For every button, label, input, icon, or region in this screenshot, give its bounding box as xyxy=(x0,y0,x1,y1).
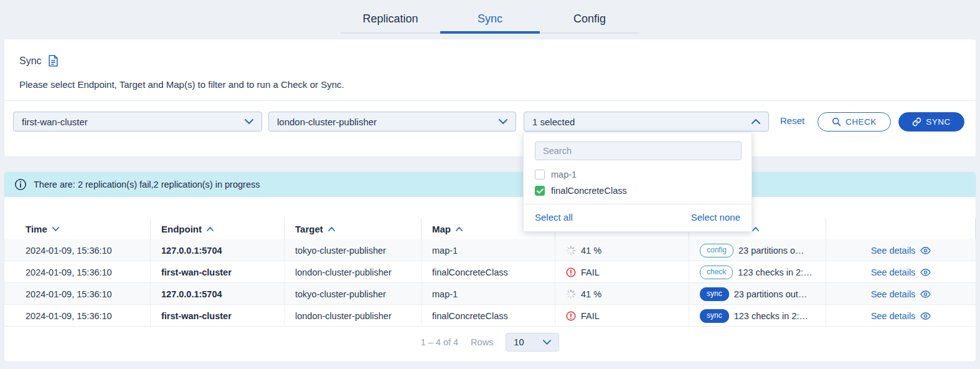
search-icon xyxy=(832,117,841,127)
cell-details: See details xyxy=(826,261,976,283)
status-badge: check xyxy=(700,266,733,279)
chevron-down-icon xyxy=(245,119,253,124)
select-all-button[interactable]: Select all xyxy=(535,212,573,223)
table-row: 2024-01-09, 15:36:10 first-wan-cluster l… xyxy=(4,261,976,283)
cell-result: check 123 checks in 2:… xyxy=(689,261,826,283)
endpoint-select-value: first-wan-cluster xyxy=(22,117,88,127)
header-target[interactable]: Target xyxy=(284,218,421,239)
reset-button[interactable]: Reset xyxy=(780,115,804,126)
rows-per-page-value: 10 xyxy=(514,337,524,347)
table-header: Time Endpoint Target Map xyxy=(4,218,976,239)
info-banner: There are: 2 replication(s) fail,2 repli… xyxy=(4,172,976,197)
pagination: 1 – 4 of 4 Rows 10 xyxy=(4,332,976,353)
chevron-down-icon xyxy=(543,340,551,345)
cell-endpoint: first-wan-cluster xyxy=(150,305,284,327)
endpoint-value: 127.0.0.1:5704 xyxy=(161,289,222,299)
map-value: map-1 xyxy=(432,246,458,256)
cell-target: tokyo-cluster-publisher xyxy=(284,283,421,305)
cell-time: 2024-01-09, 15:36:10 xyxy=(4,305,150,327)
sort-asc-icon xyxy=(207,227,214,231)
time-value: 2024-01-09, 15:36:10 xyxy=(26,311,112,321)
cell-result: config 23 partitions o… xyxy=(689,239,826,261)
rows-per-page-select[interactable]: 10 xyxy=(506,333,559,352)
header-target-label: Target xyxy=(295,224,323,234)
sort-desc-icon xyxy=(52,227,59,231)
status-value: FAIL xyxy=(581,311,600,321)
header-endpoint[interactable]: Endpoint xyxy=(150,218,284,239)
see-details-link[interactable]: See details xyxy=(871,246,931,256)
cell-time: 2024-01-09, 15:36:10 xyxy=(4,239,150,261)
chevron-down-icon xyxy=(499,119,507,124)
link-icon xyxy=(912,117,921,127)
tab-replication[interactable]: Replication xyxy=(341,6,440,34)
panel-title-row: Sync xyxy=(19,55,59,67)
map-select[interactable]: 1 selected xyxy=(524,112,769,132)
cell-time: 2024-01-09, 15:36:10 xyxy=(4,261,150,283)
table-row: 2024-01-09, 15:36:10 127.0.0.1:5704 toky… xyxy=(4,283,976,305)
map-select-value: 1 selected xyxy=(532,117,575,127)
cell-status: FAIL xyxy=(555,261,689,283)
sync-filter-panel: Sync Please select Endpoint, Target and … xyxy=(4,39,976,157)
sync-button-label: SYNC xyxy=(926,117,951,127)
cell-map: map-1 xyxy=(421,239,555,261)
see-details-link[interactable]: See details xyxy=(871,267,931,277)
panel-description: Please select Endpoint, Target and Map(s… xyxy=(19,79,344,90)
target-value: london-cluster-publisher xyxy=(295,311,392,321)
document-icon[interactable] xyxy=(48,55,59,67)
fail-icon xyxy=(566,267,576,277)
see-details-label: See details xyxy=(871,246,916,256)
cell-target: tokyo-cluster-publisher xyxy=(284,239,421,261)
tab-config[interactable]: Config xyxy=(540,6,639,34)
time-value: 2024-01-09, 15:36:10 xyxy=(26,246,112,256)
cell-details: See details xyxy=(826,239,976,261)
cell-details: See details xyxy=(826,283,976,305)
endpoint-value: first-wan-cluster xyxy=(161,267,232,277)
time-value: 2024-01-09, 15:36:10 xyxy=(26,267,112,277)
info-banner-text: There are: 2 replication(s) fail,2 repli… xyxy=(34,180,260,189)
cell-result: sync 123 checks in 2:… xyxy=(689,305,826,327)
see-details-label: See details xyxy=(871,289,916,299)
cell-target: london-cluster-publisher xyxy=(284,261,421,283)
map-value: finalConcreteClass xyxy=(432,267,508,277)
pagination-range: 1 – 4 of 4 xyxy=(421,337,458,347)
map-option-finalconcreteclass[interactable]: finalConcreteClass xyxy=(524,183,751,199)
chevron-up-icon xyxy=(751,119,760,124)
map-option-map-1[interactable]: map-1 xyxy=(524,166,751,183)
eye-icon xyxy=(920,290,931,298)
endpoint-select[interactable]: first-wan-cluster xyxy=(13,112,262,132)
eye-icon xyxy=(920,269,931,276)
map-select-popup: map-1 finalConcreteClass Select all Sele… xyxy=(523,132,752,232)
result-message: 123 checks in 2:… xyxy=(734,311,808,321)
tab-bar: Replication Sync Config xyxy=(0,6,980,34)
info-icon xyxy=(14,178,27,191)
header-time[interactable]: Time xyxy=(4,218,150,239)
sort-asc-icon xyxy=(328,227,335,231)
cell-map: map-1 xyxy=(421,283,555,305)
check-button[interactable]: CHECK xyxy=(817,112,891,132)
map-option-label: map-1 xyxy=(551,170,577,180)
page: Replication Sync Config Sync Please sele… xyxy=(0,0,980,369)
divider xyxy=(4,100,976,101)
cell-result: sync 23 partitions out… xyxy=(689,283,826,305)
select-none-button[interactable]: Select none xyxy=(691,212,740,223)
panel-title: Sync xyxy=(19,55,42,67)
target-value: tokyo-cluster-publisher xyxy=(295,246,386,256)
spinner-icon xyxy=(566,289,576,299)
sort-asc-icon xyxy=(456,227,463,231)
map-search-input[interactable] xyxy=(535,141,742,160)
cell-time: 2024-01-09, 15:36:10 xyxy=(4,283,150,305)
see-details-link[interactable]: See details xyxy=(871,311,931,321)
target-value: london-cluster-publisher xyxy=(295,267,392,277)
cell-endpoint: 127.0.0.1:5704 xyxy=(150,239,284,261)
sync-button[interactable]: SYNC xyxy=(898,112,964,132)
checkbox-unchecked[interactable] xyxy=(535,170,545,180)
see-details-link[interactable]: See details xyxy=(871,289,931,299)
checkbox-checked[interactable] xyxy=(535,186,545,196)
tab-sync[interactable]: Sync xyxy=(440,6,540,34)
target-select[interactable]: london-cluster-publisher xyxy=(268,112,516,132)
cell-endpoint: 127.0.0.1:5704 xyxy=(150,283,284,305)
time-value: 2024-01-09, 15:36:10 xyxy=(26,289,112,299)
target-select-value: london-cluster-publisher xyxy=(277,117,377,127)
cell-map: finalConcreteClass xyxy=(421,305,555,327)
table-body: 2024-01-09, 15:36:10 127.0.0.1:5704 toky… xyxy=(4,239,976,327)
